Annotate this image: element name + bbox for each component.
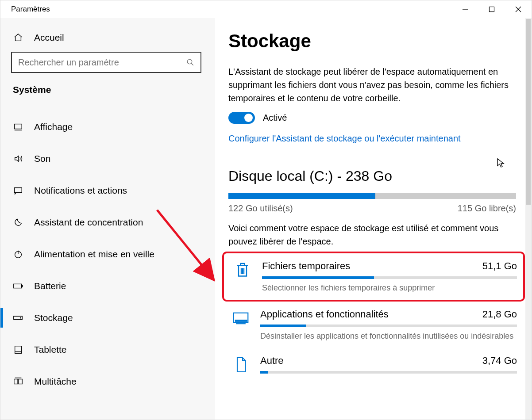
svg-rect-24 [235, 320, 238, 321]
search-input-wrap[interactable] [11, 52, 201, 73]
toggle-knob [244, 114, 253, 122]
sidebar-item-tablet[interactable]: Tablette [11, 334, 204, 366]
category-bar [260, 325, 517, 327]
sidebar: Accueil Système AffichageSonNotification… [0, 18, 215, 420]
multitask-icon [13, 376, 23, 387]
storage-sense-toggle-label: Activé [263, 113, 287, 123]
storage-category-apps[interactable]: Applications et fonctionnalités21,8 GoDé… [228, 302, 520, 348]
category-name: Autre [260, 355, 284, 367]
sidebar-item-label: Alimentation et mise en veille [34, 249, 154, 260]
minimize-button[interactable] [452, 0, 478, 18]
sidebar-home[interactable]: Accueil [11, 29, 204, 52]
svg-rect-17 [14, 379, 18, 384]
svg-rect-6 [15, 124, 22, 129]
home-icon [13, 32, 23, 43]
category-name: Fichiers temporaires [262, 260, 350, 272]
svg-rect-15 [15, 346, 22, 354]
sidebar-item-monitor[interactable]: Affichage [11, 111, 204, 143]
message-icon [13, 185, 23, 196]
svg-rect-27 [244, 320, 247, 321]
svg-rect-11 [14, 284, 22, 288]
sidebar-item-label: Stockage [34, 313, 73, 323]
svg-rect-18 [19, 379, 22, 384]
category-name: Applications et fonctionnalités [260, 309, 389, 320]
sidebar-item-label: Assistant de concentration [34, 217, 143, 228]
storage-sense-toggle[interactable] [228, 112, 255, 124]
disk-heading: Disque local (C:) - 238 Go [228, 168, 517, 184]
search-input[interactable] [18, 57, 186, 68]
disk-usage-legend: 122 Go utilisé(s) 115 Go libre(s) [228, 203, 516, 214]
storage-category-trash[interactable]: Fichiers temporaires51,1 GoSélectionner … [222, 252, 525, 302]
category-bar-fill [260, 325, 306, 327]
category-size: 3,74 Go [482, 355, 517, 367]
power-icon [13, 249, 23, 260]
window-title: Paramètres [11, 5, 50, 14]
disk-used-label: 122 Go utilisé(s) [228, 203, 293, 214]
drive-icon [13, 313, 23, 323]
titlebar: Paramètres [0, 0, 532, 18]
sidebar-item-label: Affichage [34, 122, 73, 132]
storage-category-file[interactable]: Autre3,74 Go [228, 348, 520, 385]
sidebar-item-power[interactable]: Alimentation et mise en veille [11, 238, 204, 270]
svg-point-14 [20, 317, 21, 318]
svg-rect-8 [15, 188, 22, 193]
storage-sense-desc: L'Assistant de stockage peut libérer de … [228, 65, 512, 105]
cursor-icon [496, 158, 505, 168]
svg-line-5 [191, 63, 193, 65]
category-bar-fill [260, 371, 268, 374]
page-title: Stockage [228, 31, 517, 52]
storage-sense-toggle-row: Activé [228, 112, 517, 124]
sidebar-item-multitask[interactable]: Multitâche [11, 366, 204, 397]
category-bar [262, 276, 517, 279]
category-size: 51,1 Go [482, 260, 517, 272]
sidebar-item-moon[interactable]: Assistant de concentration [11, 206, 204, 238]
sidebar-item-label: Tablette [34, 344, 67, 355]
disk-subdesc: Voici comment votre espace de stockage e… [228, 221, 512, 248]
sidebar-item-label: Son [34, 153, 50, 164]
configure-storage-sense-link[interactable]: Configurer l'Assistant de stockage ou l'… [228, 134, 461, 144]
file-icon [232, 355, 250, 374]
sidebar-scrollbar[interactable] [214, 111, 214, 376]
content: Stockage L'Assistant de stockage peut li… [215, 18, 532, 420]
apps-icon [232, 309, 250, 328]
svg-rect-12 [22, 285, 23, 287]
sidebar-item-label: Notifications et actions [34, 185, 127, 196]
monitor-icon [13, 122, 23, 132]
content-scrollbar[interactable] [525, 18, 532, 420]
sidebar-item-drive[interactable]: Stockage [11, 302, 204, 334]
sidebar-section-label: Système [11, 84, 204, 95]
sidebar-item-speaker[interactable]: Son [11, 143, 204, 175]
disk-free-label: 115 Go libre(s) [458, 203, 516, 214]
disk-usage-fill [228, 193, 375, 199]
svg-point-4 [187, 59, 192, 64]
sidebar-nav: AffichageSonNotifications et actionsAssi… [11, 111, 204, 397]
sidebar-item-label: Multitâche [34, 376, 77, 387]
trash-icon [234, 260, 251, 280]
sidebar-home-label: Accueil [34, 32, 64, 43]
category-bar-fill [262, 276, 374, 279]
close-button[interactable] [505, 0, 532, 18]
category-bar [260, 371, 517, 374]
disk-usage-bar [228, 193, 516, 199]
content-scrollbar-thumb[interactable] [526, 19, 531, 205]
sidebar-item-battery[interactable]: Batterie [11, 270, 204, 302]
svg-rect-1 [490, 7, 494, 12]
svg-rect-26 [241, 320, 243, 321]
sidebar-item-message[interactable]: Notifications et actions [11, 175, 204, 206]
sidebar-item-label: Batterie [34, 281, 66, 291]
window-controls [452, 0, 532, 18]
tablet-icon [13, 344, 23, 355]
search-icon [186, 58, 194, 66]
category-hint: Désinstaller les applications et fonctio… [260, 332, 517, 341]
category-hint: Sélectionner les fichiers temporaires à … [262, 283, 517, 293]
svg-rect-25 [239, 320, 241, 321]
moon-icon [13, 217, 23, 228]
category-size: 21,8 Go [482, 309, 517, 320]
speaker-icon [13, 153, 23, 164]
maximize-button[interactable] [478, 0, 505, 18]
battery-icon [13, 281, 23, 291]
